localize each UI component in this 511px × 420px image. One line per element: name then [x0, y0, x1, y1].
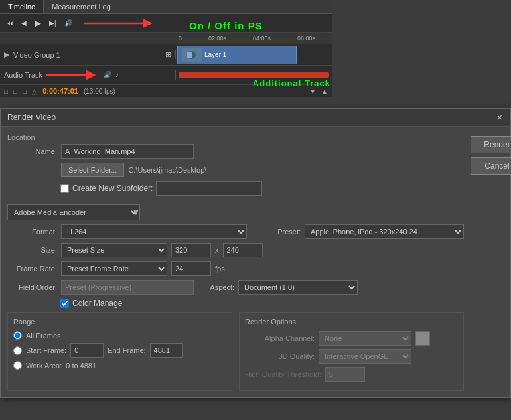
render-options-section: Render Options Alpha Channel: None 3D Qu…: [239, 312, 464, 391]
preset-select[interactable]: Apple iPhone, iPod - 320x240 24: [305, 224, 464, 239]
width-input[interactable]: [171, 243, 211, 257]
playhead-icon-left: ▼: [309, 88, 316, 95]
aspect-select[interactable]: Document (1.0): [238, 280, 358, 295]
aspect-label: Aspect:: [198, 283, 234, 291]
video-track-content: Layer 1: [176, 44, 332, 65]
timeline-ruler: 0 02:00s 04:00s 06:00s: [0, 33, 332, 44]
go-to-start-button[interactable]: ⏮: [4, 18, 16, 28]
height-input[interactable]: [223, 243, 263, 257]
quality-3d-row: 3D Quality: Interactive OpenGL: [245, 349, 458, 364]
format-preset-row: Format: H.264 Preset: Apple iPhone, iPod…: [7, 224, 464, 239]
footer-expand-icon[interactable]: △: [32, 88, 37, 95]
field-order-label: Field Order:: [7, 283, 57, 291]
footer-icon-1[interactable]: □: [4, 88, 8, 95]
ruler-mark-3: 06:00s: [297, 35, 315, 42]
ruler-mark-2: 04:00s: [253, 35, 271, 42]
folder-row: Select Folder... C:\Users\jjmac\Desktop\: [7, 163, 464, 177]
ruler-mark-1: 02:00s: [208, 35, 226, 42]
svg-rect-3: [187, 52, 192, 58]
render-dialog: Render Video × Location Name: Select Fol…: [0, 108, 511, 398]
hq-threshold-label: High Quality Threshold:: [245, 370, 321, 378]
size-select[interactable]: Preset Size: [61, 243, 167, 257]
timeline-footer: □ □ □ △ 0:00:47:01 (13.00 fps) ▼ ▲: [0, 84, 332, 97]
name-row: Name:: [7, 144, 464, 159]
fps-value-input[interactable]: [171, 261, 211, 276]
alpha-channel-select[interactable]: None: [319, 331, 411, 346]
color-manage-row: Color Manage: [7, 299, 464, 308]
end-frame-input[interactable]: [150, 343, 183, 358]
footer-icon-2[interactable]: □: [13, 88, 17, 95]
quality-3d-select[interactable]: Interactive OpenGL: [319, 349, 411, 364]
frame-rate-select[interactable]: Preset Frame Rate: [61, 261, 167, 276]
current-time: 0:00:47:01: [42, 87, 78, 95]
format-select[interactable]: H.264: [61, 224, 247, 239]
play-button[interactable]: ▶: [32, 17, 44, 29]
layer-name: Layer 1: [204, 51, 226, 58]
range-section: Range All Frames Start Frame: End Frame:: [7, 312, 232, 391]
hq-threshold-input: [325, 367, 365, 382]
format-label: Format:: [7, 228, 57, 236]
start-frame-radio[interactable]: [13, 346, 22, 355]
render-options-title: Render Options: [245, 318, 458, 326]
step-forward-button[interactable]: ▶|: [46, 18, 59, 28]
audio-track-row: Audio Track 🔊 ♪: [0, 66, 332, 84]
start-frame-row: Start Frame: End Frame:: [13, 343, 226, 358]
range-title: Range: [13, 318, 226, 326]
video-settings-icon[interactable]: ⊞: [165, 50, 171, 59]
render-button[interactable]: Render: [471, 136, 511, 153]
video-group-label: ▶ Video Group 1 ⊞: [0, 50, 176, 59]
all-frames-row: All Frames: [13, 331, 226, 340]
timeline-tabs: Timeline Measurement Log: [0, 0, 332, 14]
frame-rate-label: Frame Rate:: [7, 265, 57, 273]
red-arrow-annotation: [84, 18, 164, 29]
footer-icon-3[interactable]: □: [23, 88, 27, 95]
color-swatch: [415, 331, 430, 346]
quality-3d-label: 3D Quality:: [245, 352, 315, 360]
audio-track-label: Audio Track 🔊 ♪: [0, 70, 176, 80]
dialog-title: Render Video: [7, 113, 56, 122]
ruler-mark-0: 0: [179, 35, 182, 42]
name-label: Name:: [7, 147, 57, 155]
name-input[interactable]: [61, 144, 194, 159]
field-order-input: [61, 280, 194, 295]
dialog-body: Location Name: Select Folder... C:\Users…: [1, 127, 510, 397]
audio-note-icon[interactable]: ♪: [115, 71, 119, 78]
start-frame-input[interactable]: [70, 343, 104, 358]
encoder-row: Adobe Media Encoder ▼: [7, 204, 464, 220]
location-section-label: Location: [7, 133, 464, 141]
encoder-select[interactable]: Adobe Media Encoder: [7, 204, 140, 220]
subfolder-input[interactable]: [156, 181, 262, 196]
step-back-button[interactable]: ◀: [19, 18, 29, 28]
x-label: x: [215, 246, 219, 254]
hq-threshold-row: High Quality Threshold:: [245, 367, 458, 382]
dialog-titlebar: Render Video ×: [1, 109, 510, 127]
video-clip[interactable]: Layer 1: [177, 46, 297, 64]
fps-label: fps: [215, 265, 225, 273]
alpha-channel-label: Alpha Channel:: [245, 334, 315, 342]
all-frames-radio[interactable]: [13, 331, 22, 340]
tab-measurement[interactable]: Measurement Log: [44, 0, 119, 13]
cancel-button[interactable]: Cancel: [471, 157, 511, 175]
video-track-row: ▶ Video Group 1 ⊞ Layer 1: [0, 44, 332, 66]
expand-icon[interactable]: ▶: [4, 50, 9, 59]
dialog-main: Location Name: Select Folder... C:\Users…: [7, 133, 464, 391]
dialog-close-button[interactable]: ×: [496, 113, 504, 122]
audio-track-content: [176, 66, 332, 84]
audio-button[interactable]: 🔊: [62, 18, 75, 28]
work-area-value: 0 to 4881: [66, 362, 96, 370]
tab-timeline[interactable]: Timeline: [0, 0, 44, 13]
audio-red-arrow: [46, 70, 100, 80]
all-frames-label: All Frames: [26, 332, 61, 340]
preset-label: Preset:: [251, 228, 301, 236]
start-frame-label: Start Frame:: [26, 346, 66, 354]
size-row: Size: Preset Size x: [7, 243, 464, 257]
color-manage-checkbox[interactable]: [60, 299, 69, 308]
video-group-name: Video Group 1: [13, 51, 60, 59]
select-folder-button[interactable]: Select Folder...: [61, 163, 124, 177]
size-label: Size:: [7, 246, 57, 254]
fps-display: (13.00 fps): [84, 88, 115, 95]
audio-volume-icon[interactable]: 🔊: [104, 71, 111, 78]
work-area-radio[interactable]: [13, 361, 22, 370]
subfolder-checkbox[interactable]: [60, 184, 69, 193]
field-aspect-row: Field Order: Aspect: Document (1.0): [7, 280, 464, 295]
